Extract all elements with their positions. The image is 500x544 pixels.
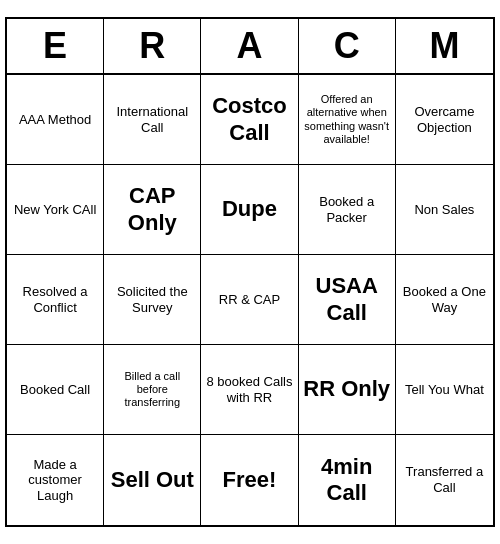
cell-7: Dupe (201, 165, 298, 255)
cell-3: Offered an alternative when something wa… (299, 75, 396, 165)
cell-6: CAP Only (104, 165, 201, 255)
cell-1: International Call (104, 75, 201, 165)
header-C: C (299, 19, 396, 73)
cell-19: Tell You What (396, 345, 493, 435)
cell-14: Booked a One Way (396, 255, 493, 345)
bingo-grid: AAA MethodInternational CallCostco CallO… (7, 75, 493, 525)
header-R: R (104, 19, 201, 73)
cell-16: Billed a call before transferring (104, 345, 201, 435)
cell-23: 4min Call (299, 435, 396, 525)
cell-21: Sell Out (104, 435, 201, 525)
cell-15: Booked Call (7, 345, 104, 435)
cell-2: Costco Call (201, 75, 298, 165)
cell-9: Non Sales (396, 165, 493, 255)
cell-18: RR Only (299, 345, 396, 435)
bingo-card: ERACM AAA MethodInternational CallCostco… (5, 17, 495, 527)
cell-13: USAA Call (299, 255, 396, 345)
cell-4: Overcame Objection (396, 75, 493, 165)
cell-22: Free! (201, 435, 298, 525)
header-E: E (7, 19, 104, 73)
cell-0: AAA Method (7, 75, 104, 165)
cell-24: Transferred a Call (396, 435, 493, 525)
header-M: M (396, 19, 493, 73)
header-A: A (201, 19, 298, 73)
cell-17: 8 booked Calls with RR (201, 345, 298, 435)
header-row: ERACM (7, 19, 493, 75)
cell-20: Made a customer Laugh (7, 435, 104, 525)
cell-10: Resolved a Conflict (7, 255, 104, 345)
cell-5: New York CAll (7, 165, 104, 255)
cell-11: Solicited the Survey (104, 255, 201, 345)
cell-8: Booked a Packer (299, 165, 396, 255)
cell-12: RR & CAP (201, 255, 298, 345)
